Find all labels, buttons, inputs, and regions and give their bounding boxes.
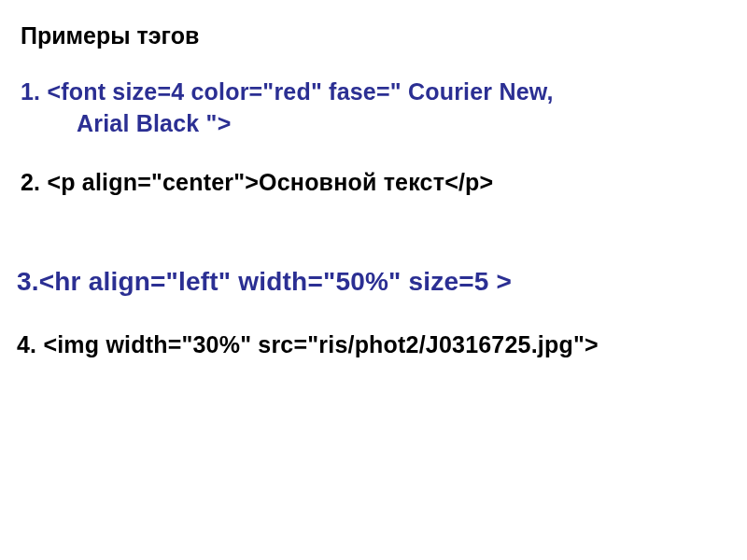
example-4: 4. <img width="30%" src="ris/phot2/J0316… — [17, 329, 726, 361]
example-1: 1. <font size=4 color="red" fase=" Couri… — [21, 77, 726, 140]
slide: { "title": "Примеры тэгов", "items": { "… — [0, 0, 747, 560]
example-3: 3.<hr align="left" width="50%" size=5 > — [17, 264, 726, 300]
example-1-line2: Arial Black "> — [21, 108, 726, 140]
example-2: 2. <p align="center">Основной текст</p> — [21, 167, 726, 199]
slide-title: Примеры тэгов — [21, 21, 726, 52]
example-1-line1: 1. <font size=4 color="red" fase=" Couri… — [21, 78, 554, 105]
